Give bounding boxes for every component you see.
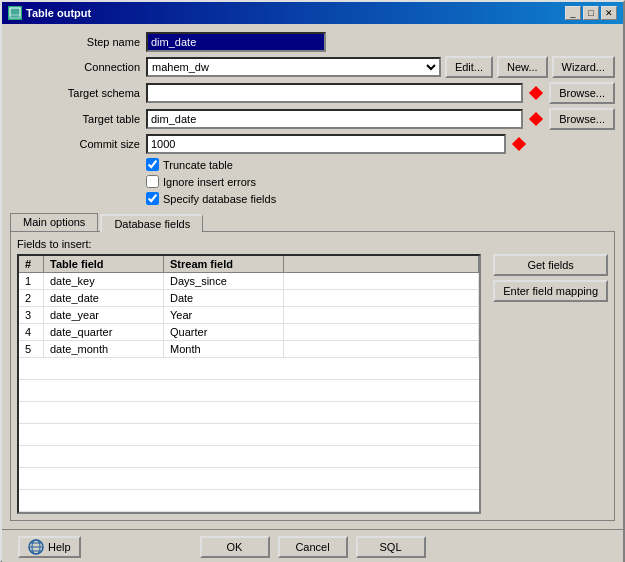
row-num-3: 3 [19, 307, 44, 323]
target-schema-label: Target schema [10, 87, 140, 99]
title-bar-left: Table output [8, 6, 91, 20]
ignore-insert-checkbox[interactable] [146, 175, 159, 188]
main-window: Table output _ □ ✕ Step name Connection … [0, 0, 625, 562]
schema-browse-button[interactable]: Browse... [549, 82, 615, 104]
row-stream-field-5: Month [164, 341, 284, 357]
tab-panel-database-fields: Fields to insert: # Table field Stream f… [10, 231, 615, 521]
sql-button[interactable]: SQL [356, 536, 426, 558]
tab-content: # Table field Stream field 1 date_key Da… [17, 254, 608, 514]
table-row-empty [19, 468, 479, 490]
wizard-button[interactable]: Wizard... [552, 56, 615, 78]
table-required-icon [529, 112, 543, 126]
target-table-input[interactable] [146, 109, 523, 129]
new-button[interactable]: New... [497, 56, 548, 78]
row-num-1: 1 [19, 273, 44, 289]
table-action-buttons: Get fields Enter field mapping [493, 254, 608, 514]
table-row-empty [19, 446, 479, 468]
table-row[interactable]: 2 date_date Date [19, 290, 479, 307]
table-row-empty [19, 424, 479, 446]
content-area: Step name Connection mahem_dw Edit... Ne… [2, 24, 623, 529]
window-title: Table output [26, 7, 91, 19]
specify-db-label: Specify database fields [163, 193, 276, 205]
specify-db-checkbox[interactable] [146, 192, 159, 205]
tab-main-options[interactable]: Main options [10, 213, 98, 231]
row-stream-field-4: Quarter [164, 324, 284, 340]
row-table-field-1: date_key [44, 273, 164, 289]
help-globe-icon [28, 539, 44, 555]
connection-row: Connection mahem_dw Edit... New... Wizar… [10, 56, 615, 78]
target-table-label: Target table [10, 113, 140, 125]
tab-database-fields[interactable]: Database fields [100, 214, 203, 232]
table-row[interactable]: 4 date_quarter Quarter [19, 324, 479, 341]
help-label: Help [48, 541, 71, 553]
col-header-rest [284, 256, 479, 272]
tab-section: Main options Database fields Fields to i… [10, 209, 615, 521]
table-body: 1 date_key Days_since 2 date_date Date [19, 273, 479, 512]
title-buttons: _ □ ✕ [565, 6, 617, 20]
footer-center-buttons: OK Cancel SQL [200, 536, 426, 558]
col-header-table-field: Table field [44, 256, 164, 272]
window-icon [8, 6, 22, 20]
commit-required-icon [512, 137, 526, 151]
step-name-label: Step name [10, 36, 140, 48]
truncate-table-row: Truncate table [146, 158, 615, 171]
table-row[interactable]: 3 date_year Year [19, 307, 479, 324]
truncate-table-label: Truncate table [163, 159, 233, 171]
target-schema-input[interactable] [146, 83, 523, 103]
connection-select[interactable]: mahem_dw [146, 57, 441, 77]
footer: Help OK Cancel SQL [2, 529, 623, 562]
specify-db-row: Specify database fields [146, 192, 615, 205]
table-row[interactable]: 1 date_key Days_since [19, 273, 479, 290]
ignore-insert-label: Ignore insert errors [163, 176, 256, 188]
table-browse-button[interactable]: Browse... [549, 108, 615, 130]
step-name-input[interactable] [146, 32, 326, 52]
table-row-empty [19, 402, 479, 424]
col-header-num: # [19, 256, 44, 272]
table-row-empty [19, 490, 479, 512]
table-row-empty [19, 358, 479, 380]
ignore-insert-row: Ignore insert errors [146, 175, 615, 188]
minimize-button[interactable]: _ [565, 6, 581, 20]
connection-label: Connection [10, 61, 140, 73]
ok-button[interactable]: OK [200, 536, 270, 558]
close-button[interactable]: ✕ [601, 6, 617, 20]
svg-rect-1 [10, 15, 20, 18]
row-table-field-3: date_year [44, 307, 164, 323]
fields-to-insert-label: Fields to insert: [17, 238, 608, 250]
row-num-4: 4 [19, 324, 44, 340]
row-stream-field-3: Year [164, 307, 284, 323]
edit-button[interactable]: Edit... [445, 56, 493, 78]
commit-size-label: Commit size [10, 138, 140, 150]
enter-field-mapping-button[interactable]: Enter field mapping [493, 280, 608, 302]
target-table-row: Target table Browse... [10, 108, 615, 130]
step-name-row: Step name [10, 32, 615, 52]
row-num-2: 2 [19, 290, 44, 306]
target-schema-row: Target schema Browse... [10, 82, 615, 104]
row-num-5: 5 [19, 341, 44, 357]
help-button[interactable]: Help [18, 536, 81, 558]
get-fields-button[interactable]: Get fields [493, 254, 608, 276]
table-row-empty [19, 380, 479, 402]
row-stream-field-2: Date [164, 290, 284, 306]
row-table-field-5: date_month [44, 341, 164, 357]
schema-required-icon [529, 86, 543, 100]
row-table-field-2: date_date [44, 290, 164, 306]
commit-size-input[interactable] [146, 134, 506, 154]
truncate-table-checkbox[interactable] [146, 158, 159, 171]
table-header: # Table field Stream field [19, 256, 479, 273]
row-stream-field-1: Days_since [164, 273, 284, 289]
row-table-field-4: date_quarter [44, 324, 164, 340]
maximize-button[interactable]: □ [583, 6, 599, 20]
commit-size-row: Commit size [10, 134, 615, 154]
table-row[interactable]: 5 date_month Month [19, 341, 479, 358]
tabs-bar: Main options Database fields [10, 213, 615, 231]
fields-table: # Table field Stream field 1 date_key Da… [17, 254, 481, 514]
cancel-button[interactable]: Cancel [278, 536, 348, 558]
col-header-stream-field: Stream field [164, 256, 284, 272]
title-bar: Table output _ □ ✕ [2, 2, 623, 24]
